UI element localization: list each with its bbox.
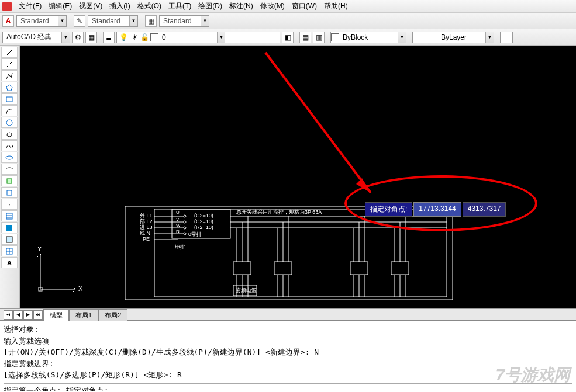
ellipse-arc-tool[interactable] (1, 164, 18, 175)
chevron-down-icon: ▼ (58, 16, 66, 26)
svg-text:PE: PE (143, 236, 150, 242)
insert-block-tool[interactable] (1, 175, 18, 186)
xline-tool[interactable] (1, 58, 18, 70)
tab-nav-next-icon[interactable]: ▶ (23, 310, 33, 320)
svg-point-20 (184, 215, 186, 217)
polyline-tool[interactable] (1, 70, 18, 81)
tab-nav-last-icon[interactable]: ⏭ (33, 310, 43, 320)
annotation-arrow (260, 47, 394, 210)
dim-style-value: Standard (88, 17, 129, 25)
tooltip-label: 指定对角点: (365, 202, 412, 217)
svg-rect-49 (233, 262, 251, 275)
table-style-combo[interactable]: Standard ▼ (159, 15, 209, 27)
layer-manager-icon[interactable]: ≣ (103, 32, 115, 43)
workspace-toolbar: AutoCAD 经典 ▼ ⚙ ▦ ≣ 💡 ☀ 🔓 0 ▼ ◧ ▤ ▥ ByBlo… (0, 29, 576, 46)
menu-format[interactable]: 格式(O) (134, 0, 165, 12)
hatch-tool[interactable] (1, 210, 18, 221)
text-style-icon[interactable]: A (2, 15, 14, 27)
ucs-icon: X Y (32, 245, 84, 300)
menu-bar: 文件(F) 编辑(E) 视图(V) 插入(I) 格式(O) 工具(T) 绘图(D… (0, 0, 576, 13)
svg-point-24 (184, 227, 186, 229)
tab-model[interactable]: 模型 (43, 309, 69, 321)
svg-text:(C2=10): (C2=10) (194, 218, 213, 224)
dynamic-input-tooltip: 指定对角点: 17713.3144 4313.7317 (365, 202, 506, 217)
svg-line-1 (5, 60, 13, 68)
cmd-line: [选择多段线(S)/多边形(P)/矩形(R)] <矩形>: R (4, 369, 572, 381)
svg-text:N: N (176, 228, 180, 234)
layer-tool-icon[interactable]: ◧ (282, 32, 294, 43)
ws-icon2[interactable]: ▦ (85, 32, 97, 43)
workspace-settings-icon[interactable]: ⚙ (72, 32, 84, 43)
linetype-combo[interactable]: ByLayer ▼ (412, 32, 494, 43)
tab-nav-first-icon[interactable]: ⏮ (4, 310, 13, 320)
table-style-icon[interactable]: ▦ (145, 15, 157, 27)
tab-layout2[interactable]: 布局2 (98, 309, 127, 321)
menu-edit[interactable]: 编辑(E) (45, 0, 75, 12)
workspace-combo[interactable]: AutoCAD 经典 ▼ (2, 32, 70, 43)
svg-text:变频电源: 变频电源 (236, 287, 257, 293)
chevron-down-icon: ▼ (61, 32, 70, 43)
dim-style-combo[interactable]: Standard ▼ (88, 15, 138, 27)
rectangle-tool[interactable] (1, 93, 18, 105)
svg-rect-11 (6, 225, 12, 231)
text-style-combo[interactable]: Standard ▼ (16, 15, 67, 27)
tab-nav-prev-icon[interactable]: ◀ (13, 310, 23, 320)
menu-file[interactable]: 文件(F) (15, 0, 45, 12)
menu-modify[interactable]: 修改(M) (257, 0, 288, 12)
draw-toolbar: · A (0, 46, 20, 308)
tooltip-x[interactable]: 17713.3144 (413, 202, 461, 217)
tooltip-y[interactable]: 4313.7317 (463, 202, 506, 217)
svg-rect-72 (391, 262, 409, 275)
dim-style-icon[interactable]: ✎ (74, 15, 85, 27)
svg-text:总开关线采用汇流排，规格为3P 63A: 总开关线采用汇流排，规格为3P 63A (236, 209, 322, 215)
cmd-line: [开(ON)/关(OFF)/剪裁深度(C)/删除(D)/生成多段线(P)/新建边… (4, 346, 572, 358)
menu-tools[interactable]: 工具(T) (165, 0, 195, 12)
tab-layout1[interactable]: 布局1 (69, 309, 98, 321)
sun-icon: ☀ (130, 33, 139, 41)
ellipse-tool[interactable] (1, 152, 18, 163)
color-icon2[interactable]: ▥ (313, 32, 325, 43)
mtext-tool[interactable]: A (1, 257, 18, 268)
cmd-line: 选择对象: (4, 324, 572, 335)
style-toolbar: A Standard ▼ ✎ Standard ▼ ▦ Standard ▼ (0, 13, 576, 29)
polygon-tool[interactable] (1, 82, 18, 93)
cmd-line: 指定剪裁边界: (4, 358, 572, 370)
text-style-value: Standard (17, 17, 58, 25)
menu-view[interactable]: 视图(V) (75, 0, 106, 12)
lock-icon: 🔓 (139, 33, 150, 41)
menu-help[interactable]: 帮助(H) (320, 0, 351, 12)
menu-draw[interactable]: 绘图(D) (195, 0, 226, 12)
layer-combo[interactable]: 💡 ☀ 🔓 0 ▼ (116, 32, 280, 43)
revcloud-tool[interactable] (1, 129, 18, 140)
gradient-tool[interactable] (1, 222, 18, 233)
menu-dimension[interactable]: 标注(N) (226, 0, 257, 12)
svg-text:进 L3: 进 L3 (140, 224, 153, 230)
color-combo[interactable]: ByBlock ▼ (330, 32, 406, 43)
svg-text:外 L1: 外 L1 (140, 213, 153, 218)
drawing-canvas[interactable]: 外 L1 部 L2 进 L3 线 N PE U V W N (C2=10) (C… (20, 46, 576, 308)
spline-tool[interactable] (1, 140, 18, 151)
color-icon[interactable]: ▤ (299, 32, 311, 43)
cmd-prompt[interactable]: 指定第一个角点: 指定对角点: (4, 383, 572, 392)
line-tool[interactable] (1, 47, 18, 58)
point-tool[interactable]: · (1, 199, 18, 210)
svg-rect-3 (6, 97, 12, 102)
arc-tool[interactable] (1, 105, 18, 116)
lineweight-combo[interactable] (500, 32, 513, 43)
menu-insert[interactable]: 插入(I) (106, 0, 133, 12)
table-tool[interactable] (1, 245, 18, 256)
make-block-tool[interactable] (1, 187, 18, 198)
color-swatch (331, 33, 339, 41)
lineweight-sample-icon (503, 37, 510, 37)
command-window[interactable]: 选择对象: 输入剪裁选项 [开(ON)/关(OFF)/剪裁深度(C)/删除(D)… (0, 320, 576, 391)
circle-tool[interactable] (1, 117, 18, 128)
linetype-value: ByLayer (441, 33, 467, 41)
region-tool[interactable] (1, 234, 18, 245)
svg-text:(C2=10): (C2=10) (194, 213, 213, 218)
svg-point-4 (6, 120, 12, 126)
lightbulb-icon: 💡 (117, 33, 130, 41)
svg-rect-7 (7, 190, 12, 195)
menu-window[interactable]: 窗口(W) (288, 0, 320, 12)
svg-text:(R2=10): (R2=10) (194, 224, 213, 230)
chevron-down-icon: ▼ (201, 16, 209, 26)
